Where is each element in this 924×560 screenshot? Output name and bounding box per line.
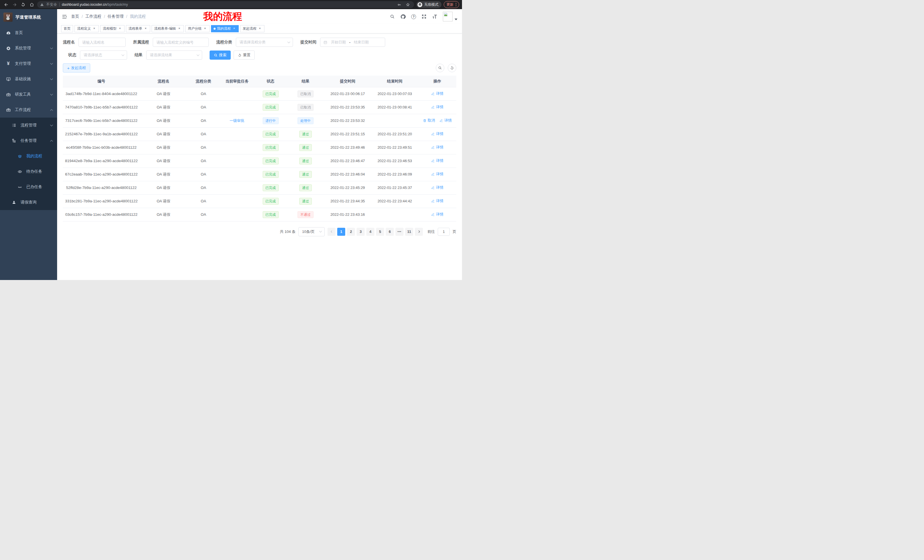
close-icon[interactable]: × xyxy=(203,27,207,30)
process-name: OA 请假 xyxy=(140,154,187,168)
detail-link[interactable]: 详情 xyxy=(431,158,444,163)
page-button[interactable]: 4 xyxy=(366,228,374,236)
sidebar-item-done-tasks[interactable]: 已办任务 xyxy=(0,179,57,195)
close-icon[interactable]: × xyxy=(258,27,262,30)
tab-start-process[interactable]: 发起流程× xyxy=(240,25,264,32)
close-icon[interactable]: × xyxy=(177,27,182,30)
sidebar-item-process-mgmt[interactable]: 流程管理 xyxy=(0,118,57,133)
close-icon[interactable]: × xyxy=(144,27,148,30)
tab-process-model[interactable]: 流程模型× xyxy=(100,25,124,32)
page-button[interactable]: 2 xyxy=(347,228,355,236)
page-button[interactable]: 11 xyxy=(405,228,413,236)
submit-time-range-picker[interactable]: 开始日期 - 结束日期 xyxy=(320,38,385,47)
page-button[interactable]: 1 xyxy=(337,228,345,236)
toggle-search-icon[interactable] xyxy=(436,64,444,72)
tab-process-form-edit[interactable]: 流程表单-编辑× xyxy=(152,25,184,32)
breadcrumb-item[interactable]: 工作流程 xyxy=(86,14,101,19)
help-icon[interactable]: ? xyxy=(411,14,416,19)
submit-time: 2022-01-22 23:43:16 xyxy=(324,208,371,221)
chevron-down-icon xyxy=(122,53,124,56)
home-icon[interactable] xyxy=(28,1,35,8)
more-pages-button[interactable]: ••• xyxy=(396,228,404,236)
page-button[interactable]: 5 xyxy=(376,228,384,236)
process-id: 52ffd28e-7b9a-11ec-a290-acde48001122 xyxy=(63,181,140,195)
collapse-sidebar-icon[interactable] xyxy=(62,14,67,19)
prev-page-button[interactable] xyxy=(327,228,336,236)
github-icon[interactable] xyxy=(400,14,406,19)
close-icon[interactable]: × xyxy=(92,27,96,30)
detail-link[interactable]: 详情 xyxy=(431,91,444,96)
goto-page-input[interactable] xyxy=(438,228,450,236)
detail-link[interactable]: 详情 xyxy=(431,172,444,177)
star-icon[interactable] xyxy=(405,1,411,8)
detail-link[interactable]: 详情 xyxy=(431,131,444,136)
gear-icon xyxy=(6,46,11,51)
reset-button[interactable]: 重置 xyxy=(234,51,255,60)
breadcrumb-item[interactable]: 任务管理 xyxy=(108,14,124,19)
table-toolbar: + 发起流程 xyxy=(63,63,456,72)
sidebar-item-task-mgmt[interactable]: 任务管理 xyxy=(0,133,57,148)
detail-link[interactable]: 详情 xyxy=(440,118,452,123)
sidebar-item-leave-query[interactable]: 请假查询 xyxy=(0,195,57,210)
user-menu[interactable] xyxy=(443,12,458,21)
detail-link[interactable]: 详情 xyxy=(431,185,444,190)
submit-time: 2022-01-22 23:51:15 xyxy=(324,127,371,141)
next-page-button[interactable] xyxy=(415,228,423,236)
tab-home[interactable]: 首页 xyxy=(61,25,73,32)
current-task-link[interactable]: 一级审批 xyxy=(230,118,244,123)
sidebar-item-todo-tasks[interactable]: 待办任务 xyxy=(0,164,57,179)
process-name-input[interactable] xyxy=(78,38,126,47)
close-icon[interactable]: × xyxy=(232,27,236,30)
filter-label-name: 流程名 xyxy=(63,40,75,45)
fullscreen-icon[interactable] xyxy=(422,14,427,19)
browser-menu-icon[interactable] xyxy=(456,3,457,6)
breadcrumb-item[interactable]: 首页 xyxy=(71,14,79,19)
process-definition-input[interactable] xyxy=(153,38,209,47)
sidebar-item-system[interactable]: 系统管理 xyxy=(0,40,57,56)
sidebar-item-my-process[interactable]: 我的流程 xyxy=(0,148,57,164)
tab-process-definition[interactable]: 流程定义× xyxy=(75,25,99,32)
cancel-link[interactable]: 取消 xyxy=(423,118,435,123)
sidebar-item-devtools[interactable]: 研发工具 xyxy=(0,87,57,102)
result-badge: 通过 xyxy=(299,144,312,151)
submit-time: 2022-01-22 23:44:35 xyxy=(324,195,371,208)
address-bar[interactable]: 不安全 dashboard.yudao.iocoder.cn/bpm/task/… xyxy=(37,1,414,8)
yen-icon: ¥ xyxy=(6,61,11,66)
search-button[interactable]: 搜索 xyxy=(210,51,231,60)
sidebar-item-label: 已办任务 xyxy=(26,184,52,190)
detail-link[interactable]: 详情 xyxy=(431,145,444,150)
tab-user-group[interactable]: 用户分组× xyxy=(185,25,210,32)
key-icon[interactable] xyxy=(396,1,403,8)
tab-my-process[interactable]: 我的流程× xyxy=(211,25,239,32)
update-button[interactable]: 更新 xyxy=(444,1,459,8)
status-select[interactable]: 请选择状态 xyxy=(80,51,127,60)
forward-icon[interactable] xyxy=(11,1,18,8)
sidebar-item-label: 请假查询 xyxy=(21,200,52,205)
avatar[interactable] xyxy=(443,12,453,21)
table-row: 819442e8-7b9a-11ec-a290-acde48001122 OA … xyxy=(63,154,456,168)
sidebar-item-label: 我的流程 xyxy=(26,154,52,159)
refresh-icon[interactable] xyxy=(448,64,456,72)
sidebar-item-workflow[interactable]: 工作流程 xyxy=(0,102,57,118)
detail-link[interactable]: 详情 xyxy=(431,198,444,204)
category-select[interactable]: 请选择流程分类 xyxy=(236,38,293,47)
sidebar-item-infra[interactable]: 基础设施 xyxy=(0,71,57,87)
fontsize-icon[interactable] xyxy=(432,14,438,19)
page-button[interactable]: 6 xyxy=(386,228,394,236)
status-badge: 已完成 xyxy=(263,144,279,151)
detail-link[interactable]: 详情 xyxy=(431,212,444,217)
create-process-button[interactable]: + 发起流程 xyxy=(63,63,90,72)
page-size-select[interactable]: 10条/页 xyxy=(298,227,325,236)
close-icon[interactable]: × xyxy=(118,27,122,30)
detail-link[interactable]: 详情 xyxy=(431,105,444,109)
workflow-submenu: 流程管理 任务管理 我的流程 xyxy=(0,118,57,210)
sidebar-item-home[interactable]: 首页 xyxy=(0,25,57,40)
sidebar-item-payment[interactable]: ¥ 支付管理 xyxy=(0,56,57,71)
tab-process-form[interactable]: 流程表单× xyxy=(126,25,150,32)
result-select[interactable]: 请选择流结果 xyxy=(146,51,202,60)
search-icon[interactable] xyxy=(390,14,395,19)
update-label: 更新 xyxy=(447,2,454,7)
reload-icon[interactable] xyxy=(20,1,26,8)
page-button[interactable]: 3 xyxy=(357,228,364,236)
back-icon[interactable] xyxy=(3,1,9,8)
